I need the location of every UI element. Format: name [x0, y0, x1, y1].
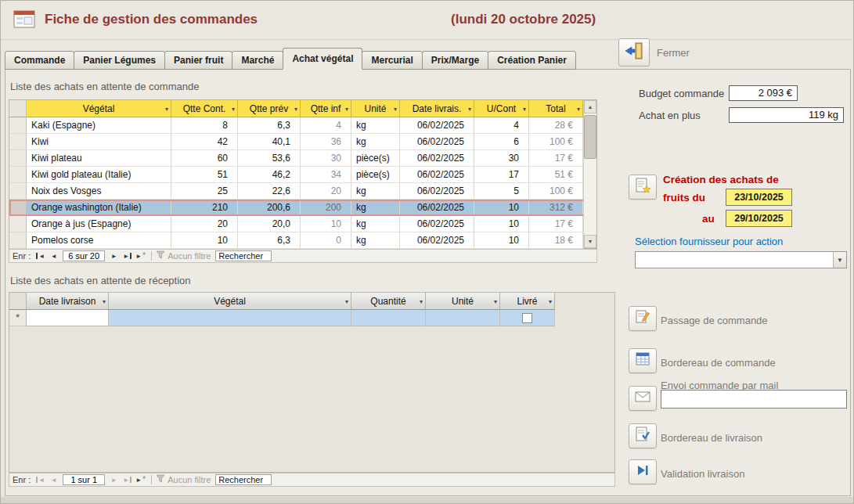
search-input[interactable]: [215, 250, 272, 261]
select-all-corner[interactable]: [9, 100, 27, 117]
table-cell[interactable]: 06/02/2025: [400, 117, 474, 134]
table-cell[interactable]: 22,6: [238, 183, 301, 200]
tab-march-[interactable]: Marché: [232, 51, 283, 70]
table-cell[interactable]: 60: [171, 150, 238, 167]
tab-prix-marge[interactable]: Prix/Marge: [422, 51, 488, 70]
new-record-button[interactable]: ►*: [134, 250, 147, 261]
column-header[interactable]: Date livraison▾: [27, 293, 109, 310]
table-cell[interactable]: 10: [301, 216, 351, 232]
create-purchases-button[interactable]: [629, 175, 657, 200]
table-cell[interactable]: 10: [474, 216, 529, 232]
table-cell[interactable]: 10: [171, 232, 238, 249]
column-dropdown-icon[interactable]: ▾: [103, 297, 106, 304]
table-cell[interactable]: 34: [301, 167, 351, 183]
row-selector[interactable]: [9, 216, 27, 232]
table-cell[interactable]: 10: [474, 200, 529, 216]
search-input[interactable]: [215, 474, 272, 485]
previous-record-button[interactable]: ◄: [47, 474, 60, 485]
table-cell[interactable]: 25: [171, 183, 238, 200]
table-cell[interactable]: 53,6: [238, 150, 301, 167]
table-cell[interactable]: 6,3: [238, 232, 301, 249]
table-cell[interactable]: 06/02/2025: [400, 183, 474, 200]
combo-dropdown-icon[interactable]: ▼: [833, 252, 846, 268]
table-cell[interactable]: 46,2: [238, 167, 301, 183]
table-cell[interactable]: [109, 310, 351, 326]
column-header[interactable]: Qtte prév▾: [238, 100, 301, 117]
column-header[interactable]: Unité▾: [426, 293, 500, 310]
validation-livraison-button[interactable]: [629, 459, 657, 484]
table-cell[interactable]: 06/02/2025: [400, 232, 474, 249]
filter-status-label[interactable]: Aucun filtre: [168, 475, 211, 484]
livre-checkbox[interactable]: [522, 313, 532, 323]
table-cell[interactable]: Kiwi: [27, 134, 171, 150]
table-row[interactable]: Orange washington (Italie)210200,6200kg0…: [9, 200, 596, 216]
table-cell[interactable]: 10: [474, 232, 529, 249]
table-cell[interactable]: 6,3: [238, 117, 301, 134]
date-from-field[interactable]: 23/10/2025: [726, 189, 792, 206]
column-dropdown-icon[interactable]: ▾: [468, 105, 471, 112]
column-header[interactable]: Quantité▾: [351, 293, 426, 310]
table-row[interactable]: Kiwi gold plateau (Italie)5146,234pièce(…: [9, 167, 596, 183]
row-selector[interactable]: [9, 167, 27, 183]
row-selector[interactable]: [9, 232, 27, 249]
row-selector[interactable]: [9, 134, 27, 150]
scroll-up-icon[interactable]: ▲: [584, 100, 596, 113]
table-cell[interactable]: [27, 310, 109, 326]
record-position-box[interactable]: [63, 250, 105, 261]
row-selector[interactable]: [9, 200, 27, 216]
column-header[interactable]: Unité▾: [351, 100, 400, 117]
table-cell[interactable]: 200: [301, 200, 351, 216]
table-cell[interactable]: Kiwi gold plateau (Italie): [27, 167, 171, 183]
row-selector[interactable]: [9, 150, 27, 167]
row-selector[interactable]: [9, 183, 27, 200]
table-row[interactable]: Kiwi4240,136kg06/02/20256100 €: [9, 134, 596, 150]
mail-address-input[interactable]: [661, 390, 847, 409]
column-header[interactable]: Date livrais.▾: [400, 100, 474, 117]
table-row[interactable]: Orange à jus (Espagne)2020,010kg06/02/20…: [9, 216, 596, 232]
column-header[interactable]: Végétal▾: [27, 100, 171, 117]
table-row[interactable]: Kiwi plateau6053,630pièce(s)06/02/202530…: [9, 150, 596, 167]
select-all-corner[interactable]: [9, 293, 27, 310]
table-cell[interactable]: 5: [474, 183, 529, 200]
table-row[interactable]: Noix des Vosges2522,620kg06/02/20255100 …: [9, 183, 596, 200]
table-cell[interactable]: kg: [351, 134, 400, 150]
table-row[interactable]: Pomelos corse106,30kg06/02/20251018 €: [9, 232, 596, 249]
table-cell[interactable]: 4: [301, 117, 351, 134]
table-cell[interactable]: 100 €: [529, 183, 583, 200]
column-dropdown-icon[interactable]: ▾: [394, 105, 397, 112]
tab-commande[interactable]: Commande: [5, 51, 74, 70]
table-cell[interactable]: kg: [351, 183, 400, 200]
table-cell[interactable]: 8: [171, 117, 238, 134]
table-cell[interactable]: Kaki (Espagne): [27, 117, 171, 134]
table-row[interactable]: Kaki (Espagne)86,34kg06/02/2025428 €: [9, 117, 596, 134]
table-cell[interactable]: 0: [301, 232, 351, 249]
column-dropdown-icon[interactable]: ▾: [577, 105, 580, 112]
column-header[interactable]: Qtte inf▾: [301, 100, 351, 117]
table-cell[interactable]: pièce(s): [351, 150, 400, 167]
column-dropdown-icon[interactable]: ▾: [345, 297, 348, 304]
table-cell[interactable]: 312 €: [529, 200, 583, 216]
tab-mercurial[interactable]: Mercurial: [362, 51, 422, 70]
table-cell[interactable]: 200,6: [238, 200, 301, 216]
bordereau-livraison-button[interactable]: [629, 423, 657, 448]
new-record-row[interactable]: *: [9, 310, 614, 326]
vertical-scrollbar[interactable]: ▲ ▼: [583, 100, 596, 248]
table-cell[interactable]: 17 €: [529, 216, 583, 232]
column-header[interactable]: Végétal▾: [109, 293, 351, 310]
first-record-button[interactable]: ◄: [34, 474, 47, 485]
column-dropdown-icon[interactable]: ▾: [345, 105, 348, 112]
last-record-button[interactable]: ►: [121, 474, 134, 485]
date-to-field[interactable]: 29/10/2025: [726, 210, 792, 227]
record-position-box[interactable]: [63, 474, 105, 485]
table-cell[interactable]: [500, 310, 555, 326]
table-cell[interactable]: 51 €: [529, 167, 583, 183]
fournisseur-combo-input[interactable]: [636, 252, 833, 268]
table-cell[interactable]: [351, 310, 426, 326]
tab-cr-ation-panier[interactable]: Création Panier: [488, 51, 576, 70]
first-record-button[interactable]: ◄: [34, 250, 47, 261]
table-cell[interactable]: 6: [474, 134, 529, 150]
table-cell[interactable]: Pomelos corse: [27, 232, 171, 249]
table-cell[interactable]: pièce(s): [351, 167, 400, 183]
column-header[interactable]: Total▾: [529, 100, 583, 117]
table-cell[interactable]: 30: [474, 150, 529, 167]
